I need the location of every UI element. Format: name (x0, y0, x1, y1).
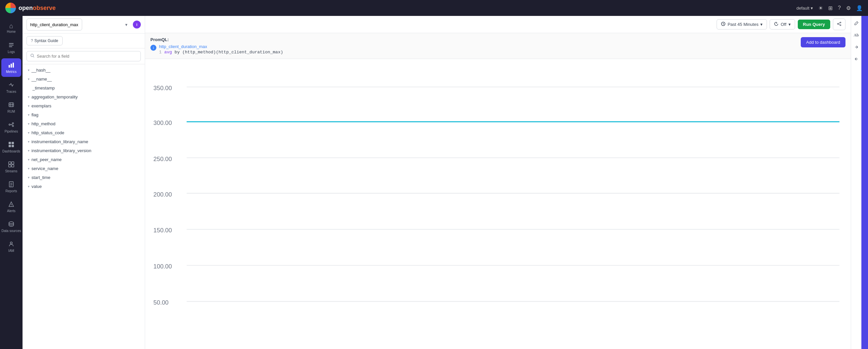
list-item[interactable]: ▾ net_peer_name (23, 155, 145, 164)
sidebar-item-metrics[interactable]: Metrics (1, 58, 21, 77)
chevron-icon: ▾ (28, 95, 30, 99)
query-metric-link[interactable]: http_client_duration_max (159, 44, 207, 49)
y-label-200: 200.00 (153, 191, 172, 198)
sidebar-item-pipelines[interactable]: Pipelines (1, 118, 21, 137)
select-arrow-icon: ▾ (125, 22, 128, 27)
run-query-button[interactable]: Run Query (798, 20, 830, 29)
org-selector[interactable]: default ▾ (797, 6, 813, 10)
pipelines-icon (8, 121, 14, 129)
syntax-guide-bar: ? Syntax Guide (23, 33, 145, 49)
chevron-down-icon: ▾ (760, 22, 763, 27)
list-item[interactable]: ▾ __name__ (23, 75, 145, 84)
list-item[interactable]: ▾ start_time (23, 173, 145, 182)
list-item[interactable]: ▾ instrumentation_library_version (23, 146, 145, 155)
list-item[interactable]: ▾ aggregation_temporality (23, 92, 145, 101)
sun-icon[interactable]: ☀ (818, 5, 823, 11)
svg-rect-1 (9, 45, 13, 46)
clock-icon (721, 22, 725, 27)
syntax-guide-label: Syntax Guide (34, 38, 58, 43)
right-tools: Ab (851, 16, 861, 349)
chevron-icon: ▾ (28, 113, 30, 117)
chevron-icon: ▾ (28, 77, 30, 81)
grid-icon[interactable]: ⊞ (828, 5, 833, 11)
svg-point-23 (840, 22, 841, 23)
line-number: 1 (159, 50, 162, 55)
list-item[interactable]: ▾ __hash__ (23, 66, 145, 75)
search-input-wrap (27, 51, 141, 61)
list-item[interactable]: ▾ http_status_code (23, 128, 145, 137)
field-label: flag (31, 112, 38, 117)
sidebar-item-logs[interactable]: Logs (1, 38, 21, 57)
logo-icon (5, 3, 16, 13)
svg-point-21 (31, 54, 33, 57)
chevron-icon: ▾ (28, 140, 30, 144)
list-item[interactable]: ▾ value (23, 182, 145, 191)
list-item[interactable]: ▾ http_method (23, 119, 145, 128)
list-item[interactable]: _timestamp (23, 84, 145, 92)
sidebar-item-traces[interactable]: Traces (1, 78, 21, 97)
list-item[interactable]: ▾ service_name (23, 164, 145, 173)
field-label: instrumentation_library_name (31, 139, 88, 144)
time-picker[interactable]: Past 45 Minutes ▾ (717, 19, 767, 29)
svg-rect-15 (11, 162, 14, 164)
metrics-icon (8, 62, 14, 69)
sidebar-item-alerts[interactable]: Alerts (1, 198, 21, 216)
share-button[interactable] (833, 19, 845, 30)
svg-rect-0 (9, 43, 13, 44)
field-label: exemplars (31, 104, 51, 108)
sidebar-item-reports[interactable]: Reports (1, 178, 21, 196)
y-label-100: 100.00 (153, 263, 172, 270)
user-icon[interactable]: 👤 (856, 5, 863, 11)
search-box (23, 49, 145, 64)
sidebar-label-traces: Traces (6, 90, 16, 93)
svg-point-24 (838, 24, 838, 25)
svg-point-20 (10, 242, 12, 244)
sidebar-label-datasources: Data sources (2, 229, 21, 233)
sidebar-item-streams[interactable]: Streams (1, 158, 21, 176)
refresh-selector[interactable]: Off ▾ (770, 19, 795, 29)
info-badge[interactable]: i (133, 21, 141, 29)
sidebar-item-rum[interactable]: RUM (1, 98, 21, 117)
query-keyword-avg: avg (164, 50, 175, 55)
list-item[interactable]: ▾ exemplars (23, 101, 145, 110)
expand-tool-button[interactable] (852, 54, 861, 64)
sidebar-label-dashboards: Dashboards (2, 149, 20, 153)
share-icon (837, 21, 842, 27)
svg-rect-12 (9, 145, 11, 147)
logs-icon (8, 42, 14, 49)
sidebar-label-alerts: Alerts (7, 209, 16, 213)
field-list: ▾ __hash__ ▾ __name__ _timestamp ▾ aggre… (23, 64, 145, 349)
syntax-guide-button[interactable]: ? Syntax Guide (27, 36, 63, 46)
sidebar-item-iam[interactable]: IAM (1, 237, 21, 256)
gear-icon[interactable]: ⚙ (846, 5, 851, 11)
collapse-tool-button[interactable] (852, 42, 861, 52)
question-icon[interactable]: ? (838, 5, 841, 11)
metric-select[interactable]: http_client_duration_max (27, 19, 82, 30)
sidebar-item-dashboards[interactable]: Dashboards (1, 138, 21, 156)
text-tool-button[interactable]: Ab (852, 30, 861, 40)
metric-select-wrapper: http_client_duration_max ▾ (27, 19, 130, 30)
field-label: net_peer_name (31, 157, 62, 162)
promql-label: PromQL: (150, 37, 845, 42)
search-input[interactable] (37, 54, 137, 59)
edit-tool-button[interactable] (852, 19, 861, 28)
list-item[interactable]: ▾ flag (23, 110, 145, 119)
field-label: instrumentation_library_version (31, 148, 91, 153)
svg-rect-13 (11, 145, 14, 147)
svg-rect-10 (9, 142, 11, 144)
home-icon: ⌂ (9, 23, 13, 29)
list-item[interactable]: ▾ instrumentation_library_name (23, 137, 145, 146)
sidebar-label-logs: Logs (8, 50, 15, 54)
sidebar-item-datasources[interactable]: Data sources (1, 217, 21, 236)
chevron-icon: ▾ (28, 68, 30, 72)
chart-wrapper: 350.00 300.00 250.00 200.00 150.00 100.0… (145, 59, 851, 349)
svg-point-19 (9, 222, 13, 224)
sidebar-item-home[interactable]: ⌂ Home (1, 19, 21, 37)
add-to-dashboard-button[interactable]: Add to dashboard (801, 37, 845, 48)
chevron-down-icon: ▾ (788, 22, 791, 27)
svg-rect-2 (9, 47, 12, 47)
y-label-350: 350.00 (153, 85, 172, 91)
right-blue-panel[interactable] (861, 16, 868, 349)
y-label-300: 300.00 (153, 119, 172, 126)
y-label-250: 250.00 (153, 155, 172, 162)
